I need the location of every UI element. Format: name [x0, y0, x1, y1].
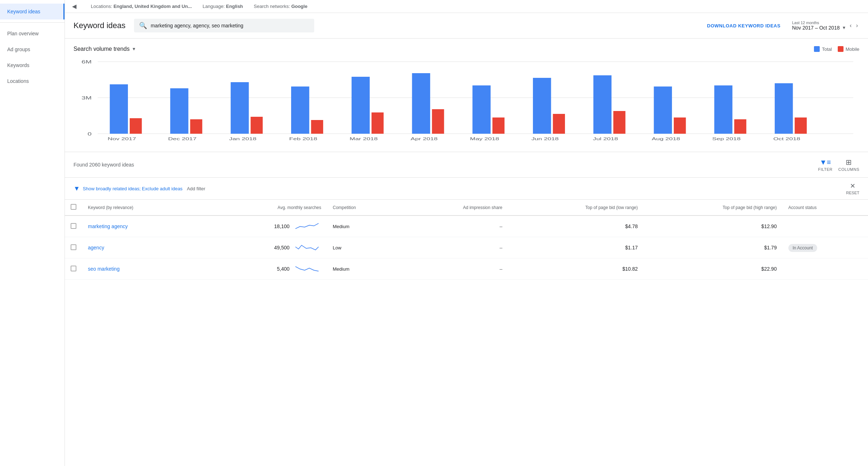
row-checkbox-cell[interactable] [65, 258, 82, 280]
keyword-link[interactable]: agency [88, 245, 104, 250]
col-ad-impression-header[interactable]: Ad impression share [400, 200, 508, 216]
competition-value: Medium [333, 266, 350, 272]
ad-impression-value: – [500, 245, 503, 250]
download-button[interactable]: DOWNLOAD KEYWORD IDEAS [707, 23, 780, 28]
table-row: seo marketing 5,400 Medium – $10.82 $22.… [65, 258, 868, 280]
keyword-link[interactable]: seo marketing [88, 266, 120, 272]
search-icon: 🔍 [139, 22, 147, 30]
svg-rect-24 [472, 85, 490, 134]
collapse-button[interactable]: ◀ [72, 3, 76, 10]
top-low-cell: $1.17 [508, 237, 644, 258]
date-prev-button[interactable]: ‹ [848, 22, 853, 30]
svg-text:Mar 2018: Mar 2018 [350, 137, 378, 141]
date-next-button[interactable]: › [855, 22, 859, 30]
keywords-count: Found 2060 keyword ideas [74, 162, 134, 168]
chart-section: Search volume trends ▼ Total Mobile [65, 39, 868, 152]
chart-title: Search volume trends [74, 46, 130, 52]
competition-cell: Low [327, 237, 400, 258]
account-status-cell [783, 258, 868, 280]
row-checkbox[interactable] [71, 244, 76, 250]
svg-rect-39 [775, 83, 793, 134]
legend-mobile: Mobile [838, 46, 859, 52]
col-keyword-header[interactable]: Keyword (by relevance) [82, 200, 203, 216]
top-high-value: $1.79 [764, 245, 777, 250]
columns-icon: ⊞ [846, 158, 852, 167]
competition-value: Low [333, 245, 342, 250]
add-filter-button[interactable]: Add filter [187, 186, 205, 191]
ad-impression-value: – [500, 223, 503, 229]
filter-text[interactable]: Show broadly related ideas; Exclude adul… [83, 186, 183, 191]
columns-button[interactable]: ⊞ COLUMNS [838, 158, 859, 172]
top-low-cell: $10.82 [508, 258, 644, 280]
select-all-header[interactable] [65, 200, 82, 216]
col-account-header[interactable]: Account status [783, 200, 868, 216]
sidebar-item-plan-overview[interactable]: Plan overview [0, 26, 64, 41]
ad-impression-cell: – [400, 216, 508, 237]
filter-funnel-icon: ▼ [74, 185, 80, 192]
select-all-checkbox[interactable] [71, 204, 76, 210]
in-account-badge: In Account [788, 244, 817, 252]
date-range: Last 12 months Nov 2017 – Oct 2018 ▼ ‹ › [792, 21, 859, 31]
svg-text:Aug 2018: Aug 2018 [652, 137, 680, 141]
filter-button[interactable]: ▼≡ FILTER [818, 158, 832, 172]
sidebar-item-keyword-ideas[interactable]: Keyword ideas [0, 4, 64, 19]
search-box[interactable]: 🔍 [134, 19, 314, 32]
col-monthly-header[interactable]: Avg. monthly searches [203, 200, 327, 216]
row-checkbox-cell[interactable] [65, 216, 82, 237]
col-competition-header[interactable]: Competition [327, 200, 400, 216]
sidebar-item-locations[interactable]: Locations [0, 73, 64, 89]
svg-rect-10 [190, 119, 202, 134]
col-top-low-header[interactable]: Top of page bid (low range) [508, 200, 644, 216]
ad-impression-cell: – [400, 258, 508, 280]
sidebar-item-keywords[interactable]: Keywords [0, 57, 64, 73]
svg-text:3M: 3M [81, 96, 92, 101]
svg-rect-37 [734, 119, 747, 134]
chart-header: Search volume trends ▼ Total Mobile [74, 46, 859, 52]
trend-sparkline [293, 221, 321, 232]
search-input[interactable] [151, 23, 309, 28]
svg-rect-40 [794, 117, 807, 134]
ad-impression-value: – [500, 266, 503, 272]
sidebar-item-ad-groups[interactable]: Ad groups [0, 41, 64, 57]
trend-sparkline [293, 263, 321, 274]
keyword-cell: seo marketing [82, 258, 203, 280]
top-low-value: $4.78 [625, 223, 638, 229]
columns-label: COLUMNS [838, 167, 859, 172]
keyword-link[interactable]: marketing agency [88, 223, 128, 229]
row-checkbox[interactable] [71, 223, 76, 229]
competition-value: Medium [333, 224, 350, 229]
row-checkbox-cell[interactable] [65, 237, 82, 258]
svg-rect-22 [432, 109, 444, 134]
trend-sparkline [293, 242, 321, 253]
svg-text:6M: 6M [81, 59, 92, 65]
date-dropdown-icon[interactable]: ▼ [842, 25, 846, 30]
page-header: Keyword ideas 🔍 DOWNLOAD KEYWORD IDEAS L… [65, 13, 868, 39]
ad-impression-cell: – [400, 237, 508, 258]
svg-text:Oct 2018: Oct 2018 [773, 137, 800, 141]
col-top-high-header[interactable]: Top of page bid (high range) [644, 200, 783, 216]
top-high-value: $12.90 [761, 223, 777, 229]
svg-rect-36 [714, 85, 732, 134]
page-title: Keyword ideas [74, 21, 125, 30]
keywords-header: Found 2060 keyword ideas ▼≡ FILTER ⊞ COL… [65, 152, 868, 178]
reset-label: RESET [846, 191, 859, 195]
topbar-networks: Search networks: Google [254, 4, 307, 9]
svg-rect-19 [371, 112, 384, 134]
svg-rect-12 [231, 82, 249, 134]
svg-rect-9 [170, 88, 188, 134]
chart-dropdown-icon[interactable]: ▼ [132, 46, 136, 52]
filter-close-button[interactable]: ✕ RESET [846, 182, 859, 195]
monthly-value: 49,500 [274, 245, 290, 250]
chart-legend: Total Mobile [814, 46, 859, 52]
svg-rect-31 [613, 111, 626, 134]
keywords-actions: ▼≡ FILTER ⊞ COLUMNS [818, 158, 859, 172]
svg-rect-18 [352, 77, 370, 134]
sidebar-divider [0, 22, 64, 23]
filter-icon: ▼≡ [820, 158, 831, 167]
row-checkbox[interactable] [71, 266, 76, 271]
monthly-value: 18,100 [274, 223, 290, 229]
bar-chart: 6M 3M 0 Nov 2017 Dec 2017 [74, 58, 859, 145]
top-low-cell: $4.78 [508, 216, 644, 237]
top-low-value: $1.17 [625, 245, 638, 250]
legend-total: Total [814, 46, 832, 52]
